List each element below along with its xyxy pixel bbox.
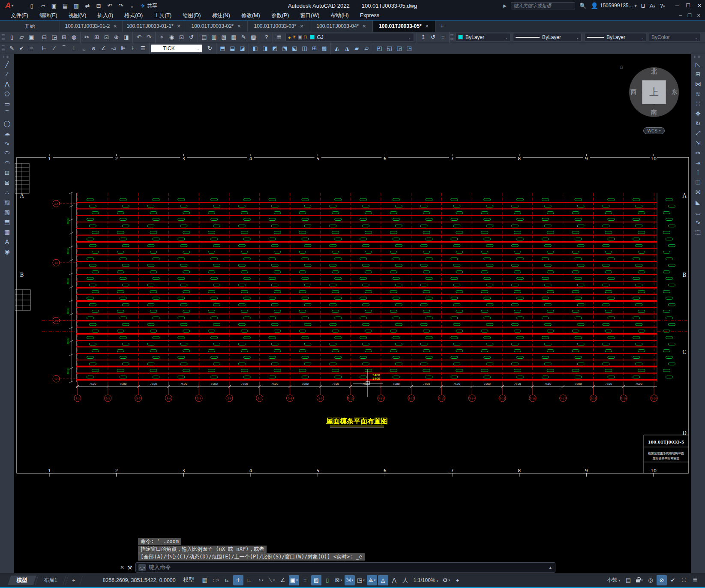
menu-文件F[interactable]: 文件(F): [5, 11, 34, 20]
toggle-object-snap-tracking[interactable]: ∠: [278, 575, 288, 585]
menu-帮助H[interactable]: 帮助(H): [325, 11, 354, 20]
imprint-icon[interactable]: ▰: [352, 43, 362, 54]
table-icon[interactable]: ▦: [2, 227, 13, 237]
zoom-realtime-icon[interactable]: ◉: [167, 32, 177, 42]
viewcube-home-icon[interactable]: ⌂: [620, 63, 623, 70]
help-icon[interactable]: ?▾: [660, 3, 665, 9]
extend-icon[interactable]: ⇥: [693, 158, 704, 168]
toggle-lineweight[interactable]: ≡: [300, 575, 310, 585]
close-icon[interactable]: ✕: [362, 24, 366, 29]
properties-icon[interactable]: ▤: [199, 32, 209, 42]
save-as-icon[interactable]: ▤: [60, 1, 70, 10]
graphics-performance-button[interactable]: ✔: [668, 575, 678, 585]
zoom-window-icon[interactable]: ⊡: [177, 32, 186, 42]
tab-100.01TJ0033-05*[interactable]: 100.01TJ0033-05*✕: [373, 21, 435, 32]
layer-translate-icon[interactable]: ≣: [27, 43, 36, 54]
toggle-dynamic-ucs[interactable]: ⇲▾: [345, 575, 355, 585]
line-icon[interactable]: ╱: [2, 59, 13, 69]
union-icon[interactable]: ⬒: [218, 43, 228, 54]
command-prompt-icon[interactable]: >_▾: [138, 564, 146, 571]
user-account-button[interactable]: 👤 1505999135... ▾: [591, 2, 636, 9]
separate-icon[interactable]: ◲: [394, 43, 404, 54]
open-icon[interactable]: ▱: [38, 1, 48, 10]
toggle-infer-constraints[interactable]: ⊾: [222, 575, 232, 585]
gradient-icon[interactable]: ▧: [2, 207, 13, 217]
plot-batch-icon[interactable]: ▥: [71, 1, 81, 10]
dim-style-dropdown[interactable]: TICK⌄: [151, 44, 202, 53]
paste-icon[interactable]: ⊡: [102, 32, 111, 42]
settings-gear-button[interactable]: ⚙▾: [441, 575, 451, 585]
tab-100.01TJ0033-04*[interactable]: 100.01TJ0033-04*✕: [310, 21, 373, 32]
toggle-selection-cycling[interactable]: ▯: [322, 575, 333, 585]
search-input[interactable]: 键入关键字或短语: [511, 2, 575, 9]
help-icon[interactable]: ?: [261, 32, 271, 42]
move-icon[interactable]: ✥: [693, 108, 704, 118]
sun-icon[interactable]: ☀: [292, 34, 297, 40]
linetype-dropdown[interactable]: ByLayer⌄: [513, 33, 582, 42]
point-style-icon[interactable]: ◉: [2, 246, 13, 256]
toggle-3d-object-snap[interactable]: ⊠▾: [333, 575, 344, 585]
construction-line-icon[interactable]: ⁄: [2, 69, 13, 79]
isolate-objects-button[interactable]: ◎: [645, 575, 656, 585]
chevron-right-icon[interactable]: ▶: [503, 3, 507, 8]
copy-icon[interactable]: ⊞: [693, 69, 704, 79]
cut-icon[interactable]: ✂: [82, 32, 92, 42]
offset-icon[interactable]: ≋: [693, 89, 704, 99]
toggle-transparency[interactable]: ▨: [311, 575, 321, 585]
point-icon[interactable]: ∴: [2, 187, 13, 197]
redo-icon[interactable]: ↷: [116, 1, 126, 10]
properties-palette-button[interactable]: ▤: [623, 575, 633, 585]
autodesk-access-icon[interactable]: A▾: [650, 3, 656, 9]
pan-icon[interactable]: ⌖: [157, 32, 167, 42]
new-icon[interactable]: ▯: [27, 1, 37, 10]
tab-100.01TJ0033-02*[interactable]: 100.01TJ0033-02*✕: [185, 21, 248, 32]
save-icon[interactable]: ▣: [27, 32, 36, 42]
units-dropdown[interactable]: 小数 ▾: [607, 576, 620, 584]
hatch-icon[interactable]: ▨: [2, 197, 13, 207]
polygon-icon[interactable]: ⬠: [2, 89, 13, 99]
dim-arc-length-icon[interactable]: ⌒: [59, 43, 69, 54]
quick-calc-icon[interactable]: ▩: [249, 32, 258, 42]
insert-block-icon[interactable]: ⊞: [2, 168, 13, 177]
shell-icon[interactable]: ◱: [384, 43, 394, 54]
minimize-button[interactable]: ─: [675, 3, 679, 9]
check-standards-icon[interactable]: ✔: [17, 43, 27, 54]
doc-minimize-button[interactable]: ─: [679, 13, 682, 18]
rotate-faces-icon[interactable]: ⬕: [290, 43, 300, 54]
close-icon[interactable]: ✕: [300, 24, 303, 29]
color-dropdown[interactable]: ByLayer⌄: [456, 33, 510, 42]
color-faces-icon[interactable]: ▩: [319, 43, 329, 54]
viewcube-north-label[interactable]: 北: [651, 68, 657, 75]
dim-linear-icon[interactable]: ⊢: [39, 43, 49, 54]
scale-icon[interactable]: ⤢: [693, 128, 704, 138]
join-icon[interactable]: ⨝: [693, 187, 704, 197]
menu-工具T[interactable]: 工具(T): [148, 11, 177, 20]
stretch-icon[interactable]: ⇲: [693, 138, 704, 148]
dim-quick-icon[interactable]: ◅: [108, 43, 118, 54]
trim-icon[interactable]: ✂: [693, 148, 704, 158]
clean-screen-button[interactable]: ⛶: [679, 575, 689, 585]
redo-icon[interactable]: ↷: [144, 32, 154, 42]
thicken-icon[interactable]: ◮: [342, 43, 352, 54]
break-icon[interactable]: ⎅: [693, 177, 704, 187]
close-icon[interactable]: ✕: [237, 24, 241, 29]
menu-格式O[interactable]: 格式(O): [119, 11, 148, 20]
rotate-icon[interactable]: ↻: [693, 118, 704, 128]
transfer-icon[interactable]: ⇄: [82, 1, 93, 10]
create-block-icon[interactable]: ⊠: [2, 177, 13, 187]
close-icon[interactable]: ✕: [113, 24, 117, 29]
doc-restore-button[interactable]: ❐: [687, 13, 692, 18]
layer-properties-icon[interactable]: ≣: [274, 32, 284, 42]
layer-previous-icon[interactable]: ↺: [428, 32, 438, 42]
drawing-canvas[interactable]: 1122334455667788991010ABABCD3-13-23-33-4…: [14, 54, 691, 573]
arc-icon[interactable]: ⌒: [2, 108, 13, 118]
spline-icon[interactable]: ∿: [2, 138, 13, 148]
revision-cloud-icon[interactable]: ☁: [2, 128, 13, 138]
tab-start[interactable]: 开始: [0, 21, 60, 32]
command-input[interactable]: >_▾ 键入命令 ▲: [135, 562, 555, 573]
chamfer-icon[interactable]: ◣: [693, 197, 704, 207]
dim-radius-icon[interactable]: ◟: [79, 43, 89, 54]
menu-绘图D[interactable]: 绘图(D): [177, 11, 206, 20]
dim-ordinate-icon[interactable]: ⊥: [69, 43, 79, 54]
toggle-selection-filtering[interactable]: ◳▾: [356, 575, 366, 585]
